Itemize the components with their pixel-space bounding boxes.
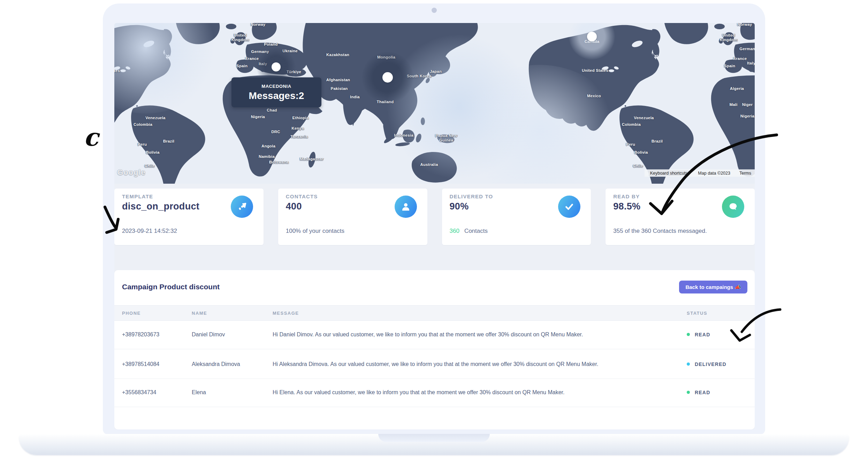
- stat-card-delivered: DELIVERED TO 90% 360Contacts: [442, 189, 591, 245]
- map-country-label: Japan: [430, 69, 442, 74]
- map-country-label: Chile: [633, 164, 643, 168]
- stat-subtext: 2023-09-21 14:52:32: [122, 228, 177, 235]
- world-map[interactable]: NorwayUnited KingdomPolandGermanyUkraine…: [114, 23, 755, 184]
- stat-label: CONTACTS: [286, 193, 318, 199]
- megaphone-icon: [231, 196, 253, 218]
- map-country-label: Algeria: [730, 86, 744, 91]
- map-country-label: India: [350, 95, 360, 99]
- map-country-label: Australia: [420, 162, 438, 167]
- column-header-message: MESSAGE: [273, 311, 299, 316]
- map-data-copyright: Map data ©2023: [698, 171, 730, 176]
- map-country-label: Germany: [739, 47, 755, 51]
- back-to-campaigns-button[interactable]: Back to campaings 📣: [679, 281, 747, 293]
- map-country-label: Bolivia: [634, 150, 648, 154]
- status-label: READ: [695, 332, 710, 337]
- cell-message: Hi Aleksandra Dimova. As our valued cust…: [273, 361, 598, 367]
- dashboard-screen: NorwayUnited KingdomPolandGermanyUkraine…: [114, 23, 755, 429]
- map-country-label: Mali: [729, 102, 737, 107]
- stat-value: 400: [286, 201, 302, 212]
- map-country-label: Kazakhstan: [326, 53, 349, 57]
- table-header: PHONE NAME MESSAGE STATUS: [114, 305, 755, 321]
- stat-value: 98.5%: [613, 201, 640, 212]
- status-dot: [687, 391, 690, 394]
- cell-name: Elena: [192, 389, 206, 396]
- map-country-label: Ethiopia: [292, 116, 309, 120]
- person-icon: [395, 196, 417, 218]
- column-header-status: STATUS: [687, 311, 707, 316]
- map-country-label: Peru: [626, 142, 635, 146]
- map-country-label: Colombia: [622, 122, 641, 127]
- campaign-panel: Campaign Product discount Back to campai…: [114, 270, 755, 429]
- cell-status: DELIVERED: [687, 361, 726, 367]
- check-icon: [558, 196, 580, 218]
- map-country-label: Papua New Guinea: [432, 133, 461, 142]
- stat-card-contacts: CONTACTS 400 100% of your contacts: [278, 189, 427, 245]
- map-tooltip: MACEDONIA Messages:2: [231, 77, 321, 107]
- map-country-label: Madagascar: [300, 157, 323, 161]
- map-country-label: Indonesia: [394, 133, 413, 137]
- map-country-label: Tanzania: [290, 135, 308, 139]
- map-country-label: Afghanistan: [326, 78, 350, 82]
- status-dot: [687, 333, 690, 336]
- google-logo: Google: [117, 168, 146, 177]
- map-country-label: Nigeria: [251, 115, 265, 119]
- map-country-label: United States: [114, 69, 120, 73]
- stat-subtext: 100% of your contacts: [286, 228, 344, 235]
- cell-status: READ: [687, 331, 710, 338]
- marker-macedonia[interactable]: [272, 62, 281, 71]
- stat-label: READ BY: [613, 193, 640, 199]
- delivered-count: 360: [450, 228, 459, 234]
- stat-subtext: 360Contacts: [450, 228, 488, 235]
- tooltip-country-name: MACEDONIA: [261, 84, 291, 89]
- map-country-label: Brazil: [163, 139, 175, 143]
- map-country-label: France: [245, 56, 259, 61]
- map-country-label: United Kingdom: [229, 33, 251, 42]
- marker-canada[interactable]: [587, 32, 597, 41]
- marker-china[interactable]: [382, 72, 393, 83]
- handwritten-letter: c: [84, 123, 99, 152]
- map-country-label: Norway: [251, 23, 266, 26]
- map-country-label: Namibia: [259, 154, 275, 159]
- map-country-label: United States: [582, 68, 608, 72]
- map-country-label: Brazil: [652, 139, 663, 143]
- status-dot: [687, 362, 690, 366]
- map-country-label: Poland: [264, 42, 278, 46]
- table-row: +38978514084 Aleksandra Dimova Hi Aleksa…: [114, 350, 755, 379]
- terms-link[interactable]: Terms: [739, 171, 751, 176]
- stat-label: TEMPLATE: [122, 193, 153, 199]
- map-country-label: Venezuela: [634, 116, 654, 120]
- map-country-label: Chad: [267, 108, 277, 112]
- webcam-icon: [432, 8, 437, 13]
- stat-card-read: READ BY 98.5% 355 of the 360 Contacts me…: [606, 189, 755, 245]
- stat-value: disc_on_product: [122, 201, 199, 212]
- cell-phone: +3556834734: [122, 389, 156, 396]
- keyboard-shortcuts-link[interactable]: Keyboard shortcuts: [649, 170, 689, 176]
- status-label: DELIVERED: [695, 361, 726, 367]
- stat-label: DELIVERED TO: [450, 193, 493, 199]
- map-country-label: Norway: [737, 23, 752, 26]
- status-label: READ: [695, 390, 710, 395]
- map-country-label: Venezuela: [145, 116, 165, 120]
- map-country-label: France: [733, 56, 747, 61]
- stat-cards-row: TEMPLATE disc_on_product 2023-09-21 14:5…: [114, 189, 755, 245]
- table-row: +38978203673 Daniel Dimov Hi Daniel Dimo…: [114, 321, 755, 349]
- map-country-label: Colombia: [134, 122, 152, 127]
- cell-message: Hi Elena. As our valued customer, we lik…: [273, 389, 564, 396]
- laptop-base-notch: [378, 434, 490, 442]
- map-country-label: DRC: [271, 130, 280, 134]
- map-country-label: Chile: [144, 164, 154, 168]
- map-attribution: Keyboard shortcuts Map data ©2023 Terms: [645, 169, 755, 177]
- map-country-label: Mexico: [587, 94, 601, 98]
- map-country-label: Botswana: [269, 160, 289, 164]
- tooltip-message-count: Messages:2: [249, 90, 304, 101]
- map-country-label: United Kingdom: [718, 33, 739, 42]
- cell-phone: +38978514084: [122, 361, 159, 367]
- cell-status: READ: [687, 389, 710, 396]
- stat-value: 90%: [450, 201, 469, 212]
- chat-icon: [722, 196, 744, 218]
- column-header-phone: PHONE: [122, 311, 141, 316]
- delivered-unit: Contacts: [464, 228, 488, 234]
- map-country-label: Kenya: [291, 126, 304, 130]
- map-country-label: Italy: [747, 61, 755, 65]
- cell-phone: +38978203673: [122, 331, 159, 338]
